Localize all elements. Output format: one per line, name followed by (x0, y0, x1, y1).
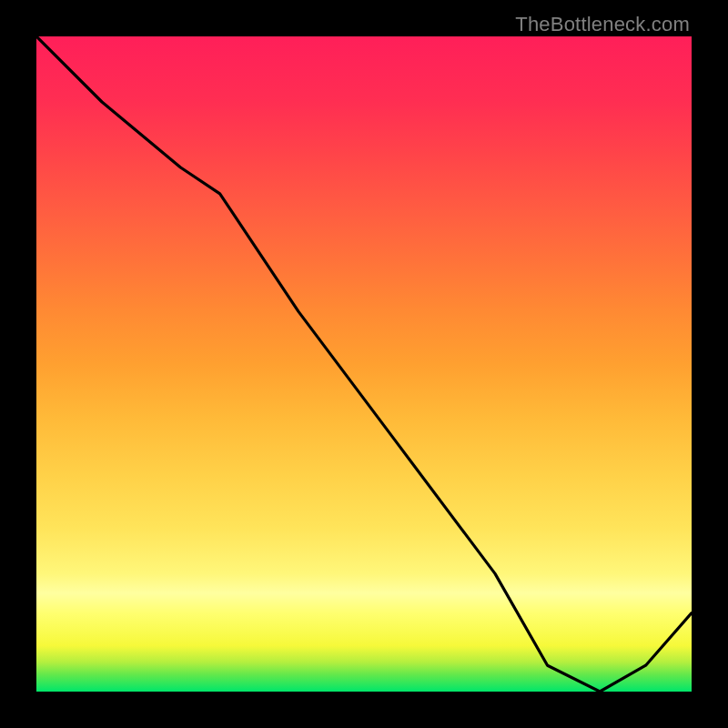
watermark-text: TheBottleneck.com (515, 13, 690, 36)
chart-frame: TheBottleneck.com (0, 0, 728, 728)
line-plot (36, 36, 692, 692)
series-curve (36, 36, 692, 692)
plot-area (36, 36, 692, 692)
